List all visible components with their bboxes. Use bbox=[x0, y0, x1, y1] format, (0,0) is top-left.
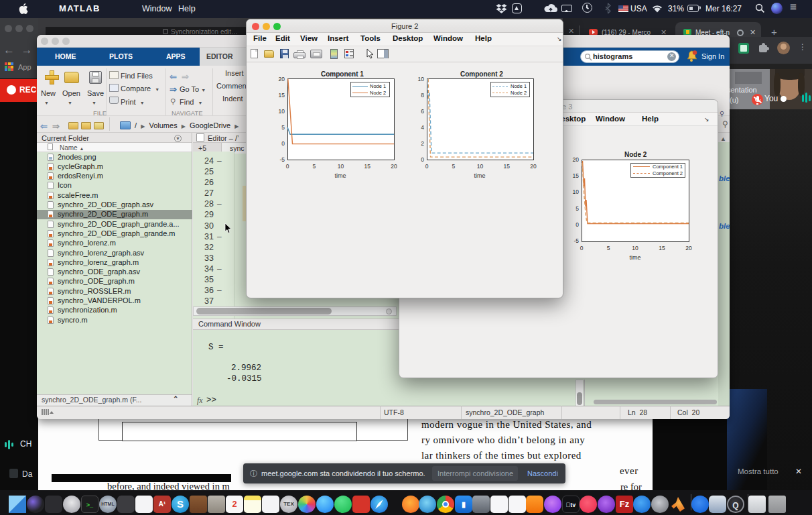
svg-text:0: 0 bbox=[281, 140, 285, 147]
svg-text:20: 20 bbox=[685, 245, 692, 251]
svg-text:time: time bbox=[334, 172, 346, 179]
svg-text:10: 10 bbox=[477, 163, 484, 170]
svg-text:time: time bbox=[474, 172, 485, 179]
svg-text:8: 8 bbox=[421, 92, 424, 99]
svg-text:5: 5 bbox=[576, 205, 579, 212]
svg-text:15: 15 bbox=[573, 172, 580, 179]
svg-text:15: 15 bbox=[504, 163, 511, 170]
svg-text:0: 0 bbox=[425, 163, 429, 170]
svg-text:10: 10 bbox=[632, 245, 638, 251]
svg-text:4: 4 bbox=[421, 124, 424, 131]
svg-text:2: 2 bbox=[421, 140, 424, 147]
svg-text:Component 2: Component 2 bbox=[460, 70, 503, 78]
svg-text:5: 5 bbox=[312, 163, 316, 170]
svg-text:15: 15 bbox=[364, 163, 371, 170]
svg-text:20: 20 bbox=[279, 76, 285, 82]
svg-text:10: 10 bbox=[279, 108, 285, 115]
svg-text:5: 5 bbox=[452, 163, 455, 170]
svg-text:5: 5 bbox=[281, 124, 285, 131]
svg-text:15: 15 bbox=[659, 245, 665, 251]
svg-text:10: 10 bbox=[573, 188, 580, 195]
svg-text:10: 10 bbox=[418, 76, 425, 82]
svg-text:15: 15 bbox=[279, 92, 285, 99]
svg-text:-5: -5 bbox=[279, 156, 285, 163]
svg-text:0: 0 bbox=[421, 156, 424, 163]
svg-text:5: 5 bbox=[607, 245, 610, 251]
svg-text:-5: -5 bbox=[573, 237, 579, 244]
svg-text:20: 20 bbox=[391, 163, 397, 170]
svg-text:Node 2: Node 2 bbox=[624, 151, 647, 158]
svg-text:time: time bbox=[629, 254, 640, 261]
svg-text:20: 20 bbox=[530, 163, 537, 170]
svg-text:Component 1: Component 1 bbox=[321, 70, 364, 78]
svg-text:10: 10 bbox=[338, 163, 344, 170]
svg-text:0: 0 bbox=[286, 163, 289, 170]
svg-text:20: 20 bbox=[573, 156, 580, 163]
svg-text:0: 0 bbox=[576, 221, 579, 228]
svg-text:6: 6 bbox=[421, 108, 424, 115]
svg-text:0: 0 bbox=[580, 245, 584, 251]
